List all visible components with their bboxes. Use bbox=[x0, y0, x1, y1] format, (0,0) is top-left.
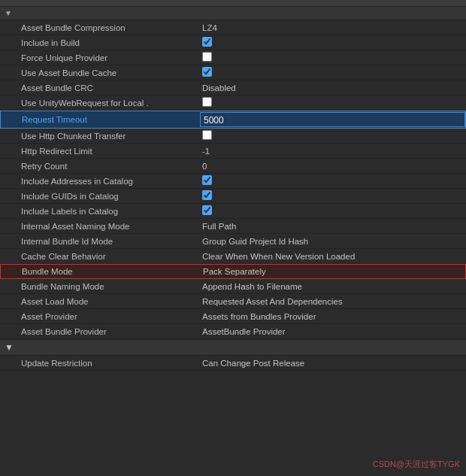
checkbox-include-labels-in-catalog[interactable] bbox=[202, 205, 212, 215]
row-use-unity-web-request: Use UnityWebRequest for Local . bbox=[0, 96, 466, 111]
row-include-addresses-in-catalog: Include Addresses in Catalog bbox=[0, 174, 466, 189]
row-value-use-http-chunked[interactable] bbox=[199, 130, 466, 141]
checkbox-use-unity-web-request[interactable] bbox=[202, 97, 212, 107]
content-update-arrow: ▼ bbox=[5, 342, 14, 353]
row-value-http-redirect-limit: -1 bbox=[199, 147, 466, 156]
row-value-include-guids-in-catalog[interactable] bbox=[199, 190, 466, 202]
advanced-options-header[interactable]: ▼ bbox=[0, 7, 466, 20]
row-include-guids-in-catalog: Include GUIDs in Catalog bbox=[0, 189, 466, 204]
row-value-bundle-mode: Pack Separately bbox=[200, 267, 465, 276]
row-update-restriction: Update RestrictionCan Change Post Releas… bbox=[0, 356, 466, 371]
checkbox-include-addresses-in-catalog[interactable] bbox=[202, 175, 212, 185]
row-value-retry-count: 0 bbox=[199, 162, 466, 171]
value-text-asset-bundle-compression: LZ4 bbox=[202, 23, 217, 32]
row-label-asset-bundle-provider: Asset Bundle Provider bbox=[0, 327, 199, 336]
value-text-retry-count: 0 bbox=[202, 162, 207, 171]
row-internal-bundle-id-mode: Internal Bundle Id ModeGroup Guid Projec… bbox=[0, 234, 466, 249]
row-label-asset-provider: Asset Provider bbox=[0, 312, 199, 321]
content-update-rows: Update RestrictionCan Change Post Releas… bbox=[0, 356, 466, 371]
row-label-internal-bundle-id-mode: Internal Bundle Id Mode bbox=[0, 237, 199, 246]
row-asset-bundle-provider: Asset Bundle ProviderAssetBundle Provide… bbox=[0, 324, 466, 339]
value-text-bundle-naming-mode: Append Hash to Filename bbox=[202, 282, 302, 291]
value-text-bundle-mode: Pack Separately bbox=[203, 267, 266, 276]
row-asset-provider: Asset ProviderAssets from Bundles Provid… bbox=[0, 309, 466, 324]
row-bundle-naming-mode: Bundle Naming ModeAppend Hash to Filenam… bbox=[0, 279, 466, 294]
row-value-internal-bundle-id-mode: Group Guid Project Id Hash bbox=[199, 237, 466, 246]
row-use-http-chunked: Use Http Chunked Transfer bbox=[0, 129, 466, 144]
row-label-asset-bundle-crc: Asset Bundle CRC bbox=[0, 83, 199, 92]
row-value-include-addresses-in-catalog[interactable] bbox=[199, 175, 466, 186]
row-asset-bundle-compression: Asset Bundle CompressionLZ4 bbox=[0, 20, 466, 35]
row-value-asset-provider: Assets from Bundles Provider bbox=[199, 312, 466, 321]
row-include-labels-in-catalog: Include Labels in Catalog bbox=[0, 204, 466, 219]
arrow-indicator: ← bbox=[464, 113, 465, 126]
content-update-header[interactable]: ▼ bbox=[0, 339, 466, 356]
main-container: ▼ Asset Bundle CompressionLZ4Include in … bbox=[0, 0, 466, 476]
row-label-bundle-naming-mode: Bundle Naming Mode bbox=[0, 282, 199, 291]
row-value-asset-bundle-crc: Disabled bbox=[199, 83, 466, 92]
row-value-include-labels-in-catalog[interactable] bbox=[199, 205, 466, 217]
row-value-use-asset-bundle-cache[interactable] bbox=[199, 67, 466, 78]
row-value-bundle-naming-mode: Append Hash to Filename bbox=[199, 282, 466, 291]
row-label-request-timeout: Request Timeout bbox=[1, 115, 200, 124]
value-text-asset-bundle-crc: Disabled bbox=[202, 83, 236, 92]
row-value-cache-clear-behavior: Clear When When New Version Loaded bbox=[199, 252, 466, 261]
checkbox-include-guids-in-catalog[interactable] bbox=[202, 190, 212, 200]
row-label-asset-load-mode: Asset Load Mode bbox=[0, 297, 199, 306]
row-internal-asset-naming-mode: Internal Asset Naming ModeFull Path bbox=[0, 219, 466, 234]
row-cache-clear-behavior: Cache Clear BehaviorClear When When New … bbox=[0, 249, 466, 264]
row-value-asset-load-mode: Requested Asset And Dependencies bbox=[199, 297, 466, 306]
row-label-update-restriction: Update Restriction bbox=[0, 359, 199, 368]
row-value-force-unique-provider[interactable] bbox=[199, 52, 466, 63]
value-text-http-redirect-limit: -1 bbox=[202, 147, 210, 156]
checkbox-include-in-build[interactable] bbox=[202, 37, 212, 47]
value-text-internal-asset-naming-mode: Full Path bbox=[202, 222, 236, 231]
row-value-asset-bundle-provider: AssetBundle Provider bbox=[199, 327, 466, 336]
row-value-asset-bundle-compression: LZ4 bbox=[199, 23, 466, 32]
checkbox-use-asset-bundle-cache[interactable] bbox=[202, 67, 212, 77]
row-force-unique-provider: Force Unique Provider bbox=[0, 50, 466, 65]
row-label-force-unique-provider: Force Unique Provider bbox=[0, 53, 199, 62]
row-label-cache-clear-behavior: Cache Clear Behavior bbox=[0, 252, 199, 261]
checkbox-force-unique-provider[interactable] bbox=[202, 52, 212, 62]
checkbox-use-http-chunked[interactable] bbox=[202, 130, 212, 140]
row-label-retry-count: Retry Count bbox=[0, 162, 199, 171]
row-request-timeout: Request Timeout← bbox=[0, 111, 466, 129]
advanced-options-rows: Asset Bundle CompressionLZ4Include in Bu… bbox=[0, 20, 466, 339]
row-use-asset-bundle-cache: Use Asset Bundle Cache bbox=[0, 65, 466, 80]
value-text-asset-provider: Assets from Bundles Provider bbox=[202, 312, 316, 321]
row-label-asset-bundle-compression: Asset Bundle Compression bbox=[0, 23, 199, 32]
row-label-include-guids-in-catalog: Include GUIDs in Catalog bbox=[0, 192, 199, 201]
row-label-include-labels-in-catalog: Include Labels in Catalog bbox=[0, 207, 199, 216]
row-label-include-addresses-in-catalog: Include Addresses in Catalog bbox=[0, 177, 199, 186]
value-text-update-restriction: Can Change Post Release bbox=[202, 359, 304, 368]
row-bundle-mode: Bundle ModePack Separately bbox=[0, 264, 466, 279]
row-value-internal-asset-naming-mode: Full Path bbox=[199, 222, 466, 231]
row-label-use-unity-web-request: Use UnityWebRequest for Local . bbox=[0, 99, 199, 108]
row-value-include-in-build[interactable] bbox=[199, 37, 466, 48]
value-text-asset-load-mode: Requested Asset And Dependencies bbox=[202, 297, 343, 306]
row-label-http-redirect-limit: Http Redirect Limit bbox=[0, 147, 199, 156]
load-path-bar bbox=[0, 0, 466, 7]
value-text-asset-bundle-provider: AssetBundle Provider bbox=[202, 327, 286, 336]
row-label-bundle-mode: Bundle Mode bbox=[1, 267, 200, 276]
row-asset-load-mode: Asset Load ModeRequested Asset And Depen… bbox=[0, 294, 466, 309]
row-value-request-timeout[interactable]: ← bbox=[200, 112, 465, 127]
row-retry-count: Retry Count0 bbox=[0, 159, 466, 174]
input-request-timeout[interactable] bbox=[204, 115, 461, 126]
row-asset-bundle-crc: Asset Bundle CRCDisabled bbox=[0, 80, 466, 96]
row-value-use-unity-web-request[interactable] bbox=[199, 97, 466, 108]
row-label-include-in-build: Include in Build bbox=[0, 38, 199, 47]
row-value-update-restriction: Can Change Post Release bbox=[199, 359, 466, 368]
row-http-redirect-limit: Http Redirect Limit-1 bbox=[0, 144, 466, 159]
value-text-cache-clear-behavior: Clear When When New Version Loaded bbox=[202, 252, 355, 261]
row-label-internal-asset-naming-mode: Internal Asset Naming Mode bbox=[0, 222, 199, 231]
row-label-use-http-chunked: Use Http Chunked Transfer bbox=[0, 132, 199, 141]
row-label-use-asset-bundle-cache: Use Asset Bundle Cache bbox=[0, 68, 199, 77]
row-include-in-build: Include in Build bbox=[0, 35, 466, 50]
advanced-options-arrow: ▼ bbox=[5, 9, 12, 17]
value-text-internal-bundle-id-mode: Group Guid Project Id Hash bbox=[202, 237, 308, 246]
